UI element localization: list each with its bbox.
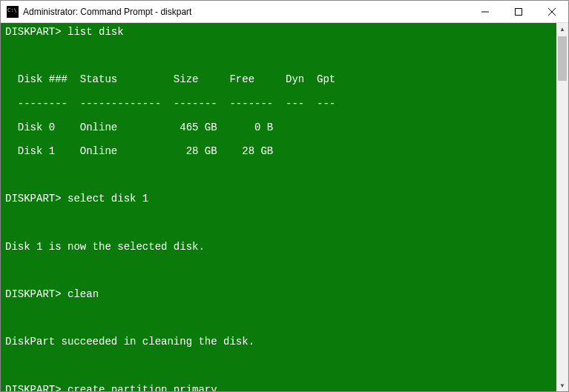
close-button[interactable] [535,1,568,22]
console-wrapper: DISKPART> list disk Disk ### Status Size… [1,23,568,391]
disk-header: Disk ### Status Size Free Dyn Gpt [5,73,552,85]
scrollbar[interactable]: ▲ ▼ [556,23,568,391]
scroll-up-icon[interactable]: ▲ [556,23,568,35]
console-output[interactable]: DISKPART> list disk Disk ### Status Size… [1,23,556,391]
table-row: Disk 0 Online 465 GB 0 B [5,122,552,133]
prompt: DISKPART> [5,26,62,38]
titlebar: Administrator: Command Prompt - diskpart [1,1,568,23]
window-title: Administrator: Command Prompt - diskpart [23,7,468,17]
msg-selected-disk: Disk 1 is now the selected disk. [5,241,552,253]
cmd-select-disk: select disk 1 [68,193,148,205]
table-row: Disk 1 Online 28 GB 28 GB [5,145,552,157]
maximize-button[interactable] [501,1,535,22]
prompt: DISKPART> [5,288,62,300]
prompt: DISKPART> [5,384,62,391]
cmd-create-partition: create partition primary [68,384,217,391]
scroll-down-icon[interactable]: ▼ [556,379,568,391]
window-controls [468,1,568,22]
cmd-clean: clean [68,288,99,300]
cmd-icon [7,6,19,18]
prompt: DISKPART> [5,193,62,205]
svg-rect-1 [515,8,522,15]
disk-divider: -------- ------------- ------- ------- -… [5,98,552,110]
cmd-list-disk: list disk [68,26,124,38]
scroll-thumb[interactable] [558,36,567,81]
minimize-button[interactable] [468,1,501,22]
msg-clean: DiskPart succeeded in cleaning the disk. [5,336,552,348]
